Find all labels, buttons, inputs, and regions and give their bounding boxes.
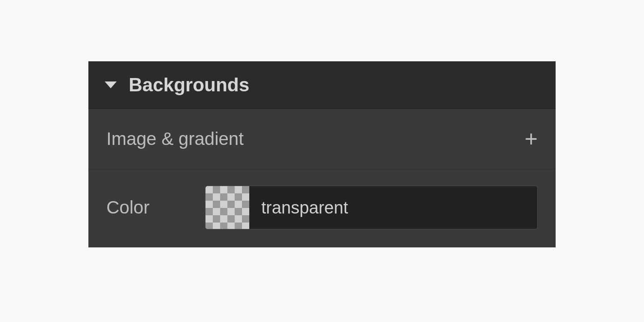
color-swatch[interactable] [206, 186, 249, 229]
backgrounds-header[interactable]: Backgrounds [88, 61, 556, 109]
color-input[interactable] [249, 186, 537, 229]
image-gradient-row: Image & gradient + [88, 109, 556, 169]
color-field [205, 186, 538, 229]
add-icon[interactable]: + [525, 128, 538, 150]
color-row: Color [88, 169, 556, 247]
chevron-down-icon [105, 81, 117, 88]
image-gradient-label: Image & gradient [106, 129, 244, 149]
color-label: Color [106, 197, 158, 218]
backgrounds-panel: Backgrounds Image & gradient + Color [88, 61, 556, 247]
panel-title: Backgrounds [129, 74, 249, 96]
